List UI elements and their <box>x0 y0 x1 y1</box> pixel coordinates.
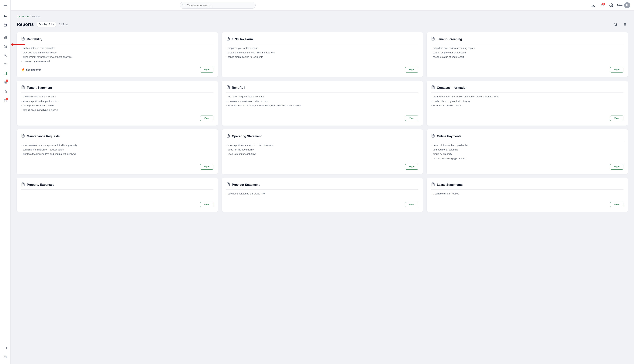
sidebar: ! ! <box>0 0 11 364</box>
svg-rect-9 <box>6 38 7 38</box>
svg-rect-2 <box>4 8 7 8</box>
report-title-contacts-information: Contacts Information <box>437 86 467 90</box>
report-title-maintenance-requests: Maintenance Requests <box>27 134 60 138</box>
report-body-provider-statement: - payments related to a Service Pro <box>226 192 418 198</box>
svg-rect-3 <box>4 24 7 26</box>
view-button-tenant-statement[interactable]: View <box>200 116 214 121</box>
view-button-online-payments[interactable]: View <box>610 164 623 170</box>
report-card-tenant-statement: Tenant Statement- shows all income from … <box>17 81 218 126</box>
sidebar-item-messages[interactable] <box>2 354 9 361</box>
sidebar-item-ledger[interactable]: ! <box>2 97 9 104</box>
settings-button[interactable] <box>608 2 615 9</box>
sidebar-item-calendar[interactable] <box>2 21 9 29</box>
page-header: Reports Display All ▾ 21 Total <box>17 21 628 28</box>
ledger-badge: ! <box>6 98 8 100</box>
report-bullet: - provides data on market trends <box>21 51 214 54</box>
breadcrumb-dashboard[interactable]: Dashboard <box>17 15 29 18</box>
report-icon-lease-statements <box>431 182 435 187</box>
header-actions <box>612 21 628 28</box>
report-card-1099-tax-form: 1099 Tax Form- prepares you for tax seas… <box>222 32 423 77</box>
report-bullet: - creates forms for Service Pros and Own… <box>226 51 418 54</box>
view-button-tenant-screening[interactable]: View <box>610 67 623 72</box>
sidebar-item-support[interactable] <box>2 344 9 352</box>
sidebar-item-dashboard[interactable] <box>2 34 9 41</box>
user-info[interactable]: Mike M <box>617 2 630 8</box>
reports-grid: Rentability- makes detailed rent estimat… <box>17 32 628 212</box>
report-bullet: - shows all income from tenants <box>21 95 214 98</box>
report-body-lease-statements: - a complete list of leases <box>431 192 623 198</box>
report-footer-tenant-screening: View <box>431 66 623 72</box>
report-bullet: - includes a list of tenants, liabilitie… <box>226 104 418 108</box>
breadcrumb-current: Reports <box>32 15 40 18</box>
view-button-rent-roll[interactable]: View <box>405 116 418 121</box>
report-card-header-provider-statement: Provider Statement <box>226 182 418 190</box>
report-title-rentability: Rentability <box>27 38 42 41</box>
view-button-rentability[interactable]: View <box>200 67 214 72</box>
breadcrumb: Dashboard / Reports <box>17 15 628 18</box>
svg-rect-7 <box>4 36 5 37</box>
search-input[interactable] <box>180 2 256 9</box>
view-button-maintenance-requests[interactable]: View <box>200 164 214 170</box>
notifications-button[interactable]: 1 <box>599 2 606 9</box>
report-footer-provider-statement: View <box>226 200 418 207</box>
svg-point-31 <box>614 23 617 26</box>
view-button-contacts-information[interactable]: View <box>610 116 623 121</box>
report-bullet: - tracks all transactions paid online <box>431 143 623 147</box>
search-toggle-button[interactable] <box>612 21 619 28</box>
report-icon-online-payments <box>431 134 435 138</box>
report-title-property-expenses: Property Expenses <box>27 183 54 186</box>
content-area: Dashboard / Reports Reports Display All … <box>11 10 634 364</box>
report-footer-property-expenses: View <box>21 200 214 207</box>
report-card-header-tenant-screening: Tenant Screening <box>431 37 623 44</box>
download-button[interactable] <box>590 2 596 9</box>
sidebar-item-tenants[interactable] <box>2 60 9 68</box>
user-name: Mike <box>617 4 623 7</box>
svg-point-30 <box>611 5 612 6</box>
display-filter[interactable]: Display All ▾ <box>37 22 56 27</box>
view-button-provider-statement[interactable]: View <box>405 202 418 207</box>
report-card-header-property-expenses: Property Expenses <box>21 182 214 190</box>
topnav: 1 Mike M <box>11 0 634 10</box>
sidebar-item-tasks[interactable]: ! <box>2 79 9 86</box>
report-bullet: - contains information on request dates <box>21 148 214 152</box>
report-card-header-rent-roll: Rent Roll <box>226 85 418 92</box>
sidebar-item-documents[interactable] <box>2 88 9 95</box>
tasks-badge: ! <box>6 80 8 82</box>
report-bullet: - a complete list of leases <box>431 192 623 196</box>
report-body-maintenance-requests: - shows maintenance requests related to … <box>21 143 214 160</box>
report-title-rent-roll: Rent Roll <box>232 86 245 90</box>
report-icon-rent-roll <box>226 85 230 90</box>
report-icon-property-expenses <box>21 182 25 187</box>
sidebar-item-menu[interactable] <box>2 3 9 10</box>
topnav-right: 1 Mike M <box>590 2 630 9</box>
search-bar-container <box>180 2 256 9</box>
sidebar-item-contacts[interactable] <box>2 52 9 59</box>
view-button-lease-statements[interactable]: View <box>610 202 623 207</box>
report-bullet: - see the status of each report <box>431 55 623 59</box>
report-bullet: - includes paid and unpaid invoices <box>21 99 214 103</box>
view-button-operating-statement[interactable]: View <box>405 164 418 170</box>
view-button-1099-tax-form[interactable]: View <box>405 67 418 72</box>
report-bullet: - contains information on active leases <box>226 99 418 103</box>
sidebar-item-bell[interactable] <box>2 12 9 20</box>
report-bullet: - used to monitor cash-flow <box>226 152 418 156</box>
report-card-provider-statement: Provider Statement- payments related to … <box>222 178 423 212</box>
display-label: Display <box>39 23 48 26</box>
report-body-property-expenses <box>21 192 214 198</box>
report-footer-contacts-information: View <box>431 114 623 121</box>
report-body-rentability: - makes detailed rent estimates- provide… <box>21 46 214 63</box>
svg-rect-10 <box>4 38 5 38</box>
list-view-button[interactable] <box>621 21 628 28</box>
report-icon-tenant-statement <box>21 85 25 90</box>
report-icon-1099-tax-form <box>226 37 230 42</box>
report-body-online-payments: - tracks all transactions paid online- a… <box>431 143 623 160</box>
notification-badge: 1 <box>602 3 605 5</box>
report-title-1099-tax-form: 1099 Tax Form <box>232 38 253 41</box>
sidebar-item-reports[interactable] <box>2 70 9 77</box>
report-card-property-expenses: Property ExpensesView <box>17 178 218 212</box>
sidebar-item-home[interactable] <box>2 42 9 50</box>
view-button-property-expenses[interactable]: View <box>200 202 214 207</box>
report-bullet: - payments related to a Service Pro <box>226 192 418 196</box>
svg-rect-0 <box>4 6 7 6</box>
report-bullet: - default accounting type is accrual <box>21 108 214 112</box>
